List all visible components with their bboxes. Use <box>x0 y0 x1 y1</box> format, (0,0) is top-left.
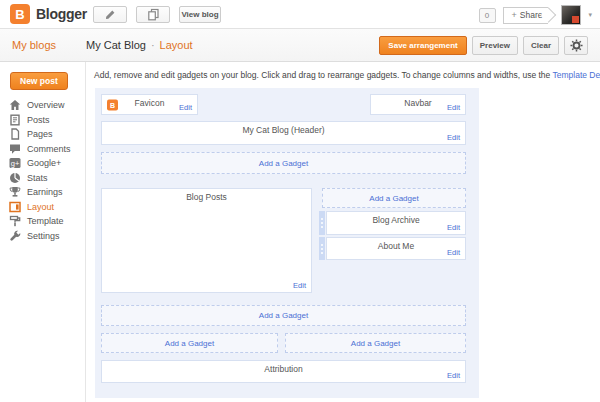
gadget-blog-archive[interactable]: Blog Archive Edit <box>326 211 466 235</box>
save-arrangement-button[interactable]: Save arrangement <box>379 36 466 55</box>
sidebar-item-label: Pages <box>27 129 53 139</box>
sidebar-item-label: Earnings <box>27 187 63 197</box>
drag-handle[interactable] <box>319 237 325 260</box>
blogger-logo-icon: B <box>10 4 30 24</box>
sidebar-item-earnings[interactable]: Earnings <box>0 185 85 200</box>
pages-list-button[interactable] <box>136 6 170 23</box>
add-gadget-link[interactable]: Add a Gadget <box>259 159 308 168</box>
blog-title: My Cat Blog <box>86 39 146 51</box>
gadget-favicon[interactable]: B Favicon Edit <box>101 94 198 115</box>
subheader: My blogs My Cat Blog · Layout Save arran… <box>0 29 600 62</box>
sidebar-item-label: Stats <box>27 173 48 183</box>
main-content: Add, remove and edit gadgets on your blo… <box>86 62 600 402</box>
breadcrumb-separator: · <box>151 39 155 51</box>
add-gadget-top: Add a Gadget <box>101 152 466 174</box>
new-post-pencil-button[interactable] <box>93 6 127 23</box>
clear-button[interactable]: Clear <box>523 36 559 55</box>
gadget-row-about-me: About Me Edit <box>319 237 466 260</box>
edit-header-link[interactable]: Edit <box>447 133 460 142</box>
add-gadget-bottom-full: Add a Gadget <box>101 305 466 326</box>
sidebar-item-posts[interactable]: Posts <box>0 113 85 128</box>
settings-gear-button[interactable] <box>564 36 588 55</box>
gadget-navbar[interactable]: Navbar Edit <box>370 94 466 115</box>
add-gadget-link[interactable]: Add a Gadget <box>351 339 400 348</box>
avatar[interactable] <box>561 5 581 25</box>
subheader-actions: Save arrangement Preview Clear <box>379 36 600 55</box>
sidebar-item-overview[interactable]: Overview <box>0 98 85 113</box>
topbar: B Blogger View blog 0 + Share ▾ <box>0 0 600 29</box>
account-caret-icon[interactable]: ▾ <box>588 11 592 19</box>
settings-icon <box>9 230 21 242</box>
sidebar-item-settings[interactable]: Settings <box>0 229 85 244</box>
gadget-attribution[interactable]: Attribution Edit <box>101 360 466 383</box>
gadget-title: My Cat Blog (Header) <box>102 125 465 135</box>
sidebar-item-template[interactable]: Template <box>0 214 85 229</box>
edit-attribution-link[interactable]: Edit <box>447 371 460 380</box>
blogger-layout-page: B Blogger View blog 0 + Share ▾ My blogs… <box>0 0 600 402</box>
stats-icon <box>9 172 21 184</box>
instructions-text: Add, remove and edit gadgets on your blo… <box>94 70 600 80</box>
add-gadget-footer-right: Add a Gadget <box>285 333 466 353</box>
sidebar-item-comments[interactable]: Comments <box>0 142 85 157</box>
gadget-title: Attribution <box>102 364 465 374</box>
sidebar-item-label: Layout <box>27 202 54 212</box>
sidebar-item-google-plus[interactable]: g+ Google+ <box>0 156 85 171</box>
add-gadget-link[interactable]: Add a Gadget <box>369 194 418 203</box>
gadget-about-me[interactable]: About Me Edit <box>326 237 466 260</box>
section-name: Layout <box>160 39 193 51</box>
earnings-icon <box>9 186 21 198</box>
sidebar: New post Overview Posts Pages Comments g… <box>0 62 86 402</box>
instructions-body: Add, remove and edit gadgets on your blo… <box>94 70 553 80</box>
add-gadget-footer-left: Add a Gadget <box>101 333 278 353</box>
edit-blog-archive-link[interactable]: Edit <box>447 223 460 232</box>
blogger-logo[interactable]: B Blogger <box>10 4 87 24</box>
google-plus-icon: g+ <box>9 157 21 169</box>
edit-blog-posts-link[interactable]: Edit <box>293 281 306 290</box>
notifications-button[interactable]: 0 <box>479 8 496 23</box>
sidebar-menu: Overview Posts Pages Comments g+ Google+… <box>0 98 85 243</box>
gadget-row-blog-archive: Blog Archive Edit <box>319 211 466 235</box>
sidebar-item-label: Settings <box>27 231 60 241</box>
gear-icon <box>570 39 583 52</box>
gadget-blog-header[interactable]: My Cat Blog (Header) Edit <box>101 121 466 145</box>
share-label: Share <box>520 10 543 20</box>
edit-favicon-link[interactable]: Edit <box>179 103 192 112</box>
layout-icon <box>9 201 21 213</box>
sidebar-item-layout[interactable]: Layout <box>0 200 85 215</box>
posts-icon <box>9 114 21 126</box>
gadget-title: Blog Archive <box>327 215 465 225</box>
svg-text:g+: g+ <box>11 159 20 168</box>
share-button[interactable]: + Share <box>503 7 549 24</box>
layout-canvas: B Favicon Edit Navbar Edit My Cat Blog (… <box>95 88 479 398</box>
sidebar-item-label: Comments <box>27 144 71 154</box>
add-gadget-sidebar: Add a Gadget <box>322 188 466 208</box>
copy-pages-icon <box>147 8 160 21</box>
sidebar-item-label: Posts <box>27 115 50 125</box>
comments-icon <box>9 143 21 155</box>
sidebar-item-stats[interactable]: Stats <box>0 171 85 186</box>
plus-icon: + <box>512 10 517 20</box>
drag-handle[interactable] <box>319 211 325 235</box>
sidebar-item-pages[interactable]: Pages <box>0 127 85 142</box>
edit-about-me-link[interactable]: Edit <box>447 248 460 257</box>
sidebar-item-label: Overview <box>27 100 65 110</box>
preview-button[interactable]: Preview <box>472 36 518 55</box>
template-designer-link[interactable]: Template Designer. <box>553 70 600 80</box>
edit-navbar-link[interactable]: Edit <box>447 103 460 112</box>
gadget-blog-posts[interactable]: Blog Posts Edit <box>101 188 312 293</box>
my-blogs-link[interactable]: My blogs <box>0 39 86 51</box>
home-icon <box>9 99 21 111</box>
pencil-icon <box>104 9 116 21</box>
pages-icon <box>9 128 21 140</box>
gadget-title: About Me <box>327 241 465 251</box>
add-gadget-link[interactable]: Add a Gadget <box>259 311 308 320</box>
add-gadget-link[interactable]: Add a Gadget <box>165 339 214 348</box>
sidebar-item-label: Template <box>27 216 64 226</box>
topbar-right: 0 + Share ▾ <box>479 5 592 25</box>
gadget-title: Blog Posts <box>102 192 311 202</box>
template-icon <box>9 215 21 227</box>
new-post-button[interactable]: New post <box>10 72 68 90</box>
share-arrow-icon <box>541 7 557 23</box>
brand-name: Blogger <box>36 6 87 22</box>
view-blog-button[interactable]: View blog <box>179 6 221 23</box>
